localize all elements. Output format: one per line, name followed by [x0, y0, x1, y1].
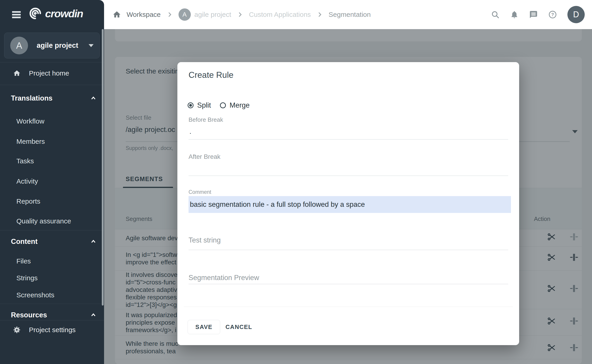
home-icon — [13, 69, 21, 77]
radio-split[interactable] — [188, 102, 193, 108]
segmentation-preview-underline — [188, 284, 508, 284]
project-avatar: A — [10, 37, 28, 54]
before-break-label: Before Break — [188, 116, 223, 123]
sidebar: A agile project Project home Translation… — [0, 29, 104, 364]
sidebar-item-label: Workflow — [16, 117, 44, 125]
sidebar-item-quality-assurance[interactable]: Quality assurance — [0, 217, 104, 226]
chevron-up-icon — [90, 95, 97, 102]
chevron-right-icon — [316, 11, 323, 18]
notifications-bell-icon[interactable] — [510, 10, 519, 19]
chevron-right-icon — [166, 11, 173, 18]
crowdin-swirl-icon — [28, 6, 43, 21]
rule-type-radio-group: Split Merge — [188, 101, 250, 110]
sidebar-item-reports[interactable]: Reports — [0, 197, 104, 206]
sidebar-item-label: Members — [16, 138, 45, 145]
app-window: Select the exisiting Select file /agile … — [0, 0, 592, 364]
sidebar-item-label: Quality assurance — [16, 217, 71, 225]
crowdin-wordmark: crowdin — [45, 7, 83, 20]
sidebar-item-label: Reports — [16, 197, 40, 205]
preview-area-divider — [184, 307, 513, 307]
create-rule-dialog: Create Rule Split Merge Before Break . A… — [177, 62, 519, 345]
cancel-button[interactable]: CANCEL — [223, 320, 255, 334]
help-icon[interactable]: ? — [548, 10, 557, 19]
chat-icon[interactable] — [529, 10, 538, 19]
menu-hamburger-icon[interactable] — [12, 11, 21, 18]
caret-down-icon — [89, 44, 93, 47]
top-actions: ? D — [491, 0, 585, 29]
svg-text:?: ? — [551, 12, 554, 17]
breadcrumb-custom-applications[interactable]: Custom Applications — [249, 11, 311, 19]
before-break-input[interactable]: . — [189, 128, 191, 135]
sidebar-item-label: Strings — [16, 274, 38, 282]
search-icon[interactable] — [491, 10, 499, 19]
sidebar-header: crowdin — [0, 0, 104, 29]
dialog-title: Create Rule — [188, 70, 233, 80]
sidebar-scrollbar[interactable] — [102, 29, 104, 306]
sidebar-section-content[interactable]: Content — [0, 237, 104, 246]
breadcrumb-segmentation: Segmentation — [329, 11, 371, 19]
breadcrumb: Workspace A agile project Custom Applica… — [113, 0, 371, 29]
radio-merge[interactable] — [220, 102, 226, 108]
sidebar-item-project-settings[interactable]: Project settings — [0, 323, 104, 337]
comment-selected-text: basic segmentation rule - a full stop fo… — [190, 201, 365, 209]
chevron-up-icon — [90, 312, 97, 318]
comment-label: Comment — [188, 189, 211, 195]
test-string-underline — [188, 250, 508, 250]
project-switcher[interactable]: A agile project — [4, 32, 100, 58]
sidebar-item-activity[interactable]: Activity — [0, 177, 104, 186]
comment-input[interactable]: basic segmentation rule - a full stop fo… — [188, 196, 511, 213]
sidebar-item-label: Files — [16, 257, 31, 265]
sidebar-item-label: Project settings — [29, 326, 76, 334]
sidebar-item-tasks[interactable]: Tasks — [0, 156, 104, 166]
chevron-up-icon — [90, 238, 97, 245]
radio-merge-label[interactable]: Merge — [230, 101, 250, 110]
segmentation-preview-label: Segmentation Preview — [188, 274, 259, 282]
sidebar-section-translations[interactable]: Translations — [0, 94, 104, 103]
breadcrumb-workspace[interactable]: Workspace — [126, 11, 161, 19]
project-avatar: A — [179, 8, 191, 21]
sidebar-item-screenshots[interactable]: Screenshots — [0, 291, 104, 300]
sidebar-section-resources[interactable]: Resources — [0, 311, 104, 320]
crowdin-logo[interactable]: crowdin — [28, 6, 83, 21]
sidebar-item-label: Project home — [29, 69, 69, 77]
user-avatar[interactable]: D — [567, 6, 585, 23]
save-button[interactable]: SAVE — [188, 320, 220, 334]
chevron-right-icon — [237, 11, 243, 18]
sidebar-item-project-home[interactable]: Project home — [0, 66, 104, 80]
sidebar-item-label: Activity — [16, 177, 38, 185]
before-break-underline — [188, 139, 508, 139]
radio-split-label[interactable]: Split — [197, 101, 211, 110]
sidebar-item-label: Tasks — [16, 157, 34, 165]
gear-icon — [13, 326, 21, 334]
sidebar-item-workflow[interactable]: Workflow — [0, 117, 104, 126]
sidebar-item-strings[interactable]: Strings — [0, 273, 104, 283]
breadcrumb-project-label: agile project — [194, 11, 231, 19]
sidebar-item-members[interactable]: Members — [0, 137, 104, 146]
sidebar-item-label: Screenshots — [16, 291, 54, 299]
project-name: agile project — [37, 41, 89, 50]
top-bar: crowdin Workspace A agile project Custom… — [0, 0, 592, 29]
section-label: Translations — [11, 94, 90, 102]
sidebar-item-files[interactable]: Files — [0, 257, 104, 266]
home-icon[interactable] — [113, 10, 121, 19]
test-string-label: Test string — [188, 236, 221, 244]
breadcrumb-project[interactable]: A agile project — [179, 8, 231, 21]
after-break-label: After Break — [188, 153, 220, 160]
section-label: Content — [11, 238, 90, 246]
section-label: Resources — [11, 311, 90, 319]
